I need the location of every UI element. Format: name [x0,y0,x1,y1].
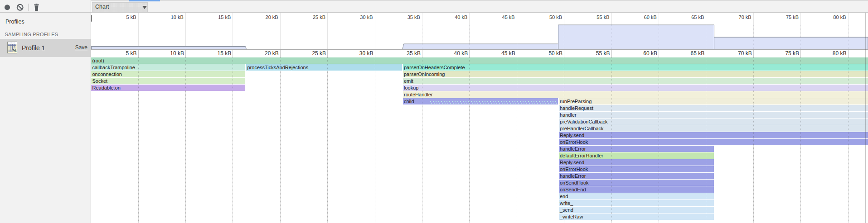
svg-text:%: % [13,48,17,53]
